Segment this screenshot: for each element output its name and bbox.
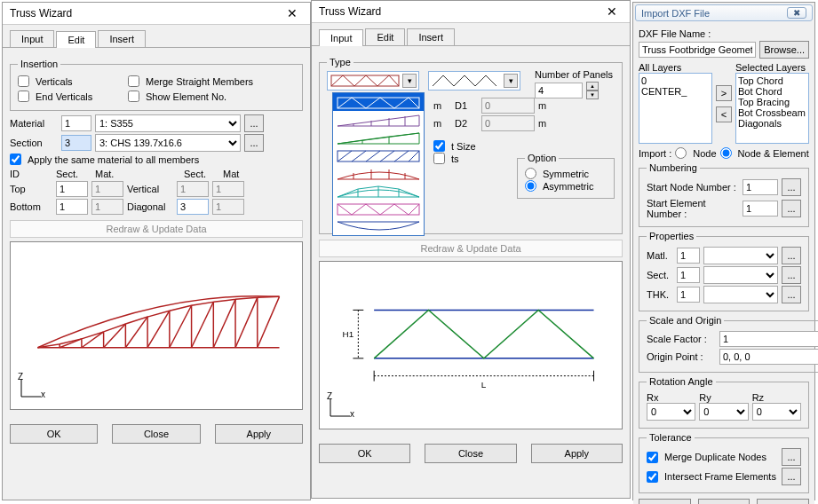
thk-id[interactable] xyxy=(677,287,700,303)
browse-button[interactable]: Browse... xyxy=(759,41,809,59)
list-item[interactable]: 0 xyxy=(641,75,710,86)
bottom-sect[interactable] xyxy=(56,199,88,215)
thk-select[interactable] xyxy=(703,286,778,303)
close-icon[interactable]: ✕ xyxy=(282,6,303,20)
verticals-checkbox[interactable] xyxy=(18,75,29,87)
t-size-checkbox[interactable] xyxy=(433,140,445,152)
file-field[interactable] xyxy=(639,42,756,58)
tabs: Input Edit Insert xyxy=(312,23,630,46)
diagonal-sect[interactable] xyxy=(177,199,209,215)
close-icon[interactable]: ✕ xyxy=(601,4,623,19)
list-item[interactable]: CENTER_ xyxy=(641,86,710,97)
merge-checkbox[interactable] xyxy=(128,75,139,87)
tabs: Input Edit Insert xyxy=(3,25,310,48)
apply-button[interactable]: Apply xyxy=(531,444,623,463)
redraw-button[interactable]: Redraw & Update Data xyxy=(10,220,303,238)
preview-canvas: Z x xyxy=(10,241,303,410)
show-elem-label: Show Element No. xyxy=(146,91,226,102)
merge-nodes-checkbox[interactable] xyxy=(647,452,658,463)
type-option-warren[interactable] xyxy=(333,93,424,111)
start-elem-browse[interactable]: ... xyxy=(782,200,801,217)
rotation-group: Rotation Angle Rx0 Ry0 Rz0 xyxy=(639,376,809,429)
origin-field[interactable] xyxy=(719,349,818,365)
type-option-4[interactable] xyxy=(333,146,424,164)
type-combo-1[interactable]: ▾ xyxy=(327,71,419,91)
close-icon[interactable]: ✖ xyxy=(787,7,806,19)
import-node-elem-label: Node & Element xyxy=(738,148,809,159)
move-left-button[interactable]: < xyxy=(716,106,732,122)
type-option-2[interactable] xyxy=(333,111,424,129)
symmetric-radio[interactable] xyxy=(525,168,536,179)
material-select[interactable]: 1: S355 xyxy=(95,114,241,132)
type-option-3[interactable] xyxy=(333,129,424,146)
start-node-field[interactable] xyxy=(743,179,778,195)
sect-browse[interactable]: ... xyxy=(782,266,801,284)
ok-button[interactable]: OK xyxy=(319,444,410,463)
properties-group: Properties Matl.... Sect.... THK.... xyxy=(639,231,809,311)
close-button[interactable]: Close xyxy=(698,499,750,504)
ok-button[interactable]: OK xyxy=(639,499,691,504)
rz-label: Rz xyxy=(752,392,801,403)
matl-select[interactable] xyxy=(703,247,778,264)
rx-select[interactable]: 0 xyxy=(647,403,695,421)
tab-input[interactable]: Input xyxy=(319,29,363,46)
apply-button[interactable]: Apply xyxy=(757,499,809,504)
sect-id[interactable] xyxy=(677,267,700,283)
close-button[interactable]: Close xyxy=(112,424,200,444)
import-node-radio[interactable] xyxy=(675,147,687,159)
type-option-6[interactable] xyxy=(333,182,424,200)
merge-nodes-browse[interactable]: ... xyxy=(782,448,801,466)
tab-edit[interactable]: Edit xyxy=(56,31,96,48)
type-option-7[interactable] xyxy=(333,200,424,217)
apply-button[interactable]: Apply xyxy=(215,424,303,444)
intersect-browse[interactable]: ... xyxy=(782,468,801,485)
dialog-buttons: OK Close Apply xyxy=(312,437,630,470)
all-layers-list[interactable]: 0 CENTER_ xyxy=(639,73,712,144)
insertion-group: Insertion Verticals Merge Straight Membe… xyxy=(10,59,303,111)
tab-insert[interactable]: Insert xyxy=(407,28,455,45)
type-option-8[interactable] xyxy=(333,217,424,235)
material-browse-button[interactable]: ... xyxy=(244,114,264,132)
d2-label: D2 xyxy=(455,118,478,129)
thk-browse[interactable]: ... xyxy=(782,286,801,303)
tab-edit[interactable]: Edit xyxy=(365,28,405,45)
selected-layers-list[interactable]: Top Chord Bot Chord Top Bracing Bot Cros… xyxy=(735,73,809,144)
start-node-browse[interactable]: ... xyxy=(782,178,801,196)
asymmetric-radio[interactable] xyxy=(525,180,536,192)
matl-browse[interactable]: ... xyxy=(782,247,801,264)
list-item[interactable]: Bot Crossbeam xyxy=(738,107,806,118)
ry-select[interactable]: 0 xyxy=(699,403,748,421)
matl-id[interactable] xyxy=(677,248,700,264)
ok-button[interactable]: OK xyxy=(10,424,98,444)
close-button[interactable]: Close xyxy=(425,444,516,463)
tolerance-legend: Tolerance xyxy=(647,432,695,443)
tab-input[interactable]: Input xyxy=(10,30,54,47)
top-sect[interactable] xyxy=(56,181,88,197)
type-dropdown[interactable] xyxy=(332,92,425,236)
rz-select[interactable]: 0 xyxy=(752,403,801,421)
intersect-checkbox[interactable] xyxy=(647,471,658,483)
type-combo-2[interactable]: ▾ xyxy=(428,71,520,91)
sect-select[interactable] xyxy=(703,266,778,284)
material-id[interactable] xyxy=(61,115,91,131)
section-select[interactable]: 3: CHS 139.7x16.6 xyxy=(95,134,241,152)
show-elem-checkbox[interactable] xyxy=(128,91,139,102)
tab-insert[interactable]: Insert xyxy=(98,30,146,47)
type-option-5[interactable] xyxy=(333,164,424,182)
list-item[interactable]: Bot Chord xyxy=(738,86,806,97)
list-item[interactable]: Diagonals xyxy=(738,118,806,129)
ts-checkbox[interactable] xyxy=(433,153,445,164)
import-node-elem-radio[interactable] xyxy=(720,147,732,159)
list-item[interactable]: Top Chord xyxy=(738,75,806,86)
section-browse-button[interactable]: ... xyxy=(244,134,264,152)
move-right-button[interactable]: > xyxy=(716,85,732,101)
section-id[interactable] xyxy=(61,135,91,151)
start-elem-field[interactable] xyxy=(743,201,778,217)
redraw-button[interactable]: Redraw & Update Data xyxy=(319,240,623,257)
end-verticals-checkbox[interactable] xyxy=(18,91,29,102)
apply-same-checkbox[interactable] xyxy=(10,154,21,165)
d2-field xyxy=(481,115,535,131)
scale-field[interactable] xyxy=(719,331,818,347)
panels-spinner-down[interactable]: ▼ xyxy=(586,91,599,99)
list-item[interactable]: Top Bracing xyxy=(738,97,806,107)
